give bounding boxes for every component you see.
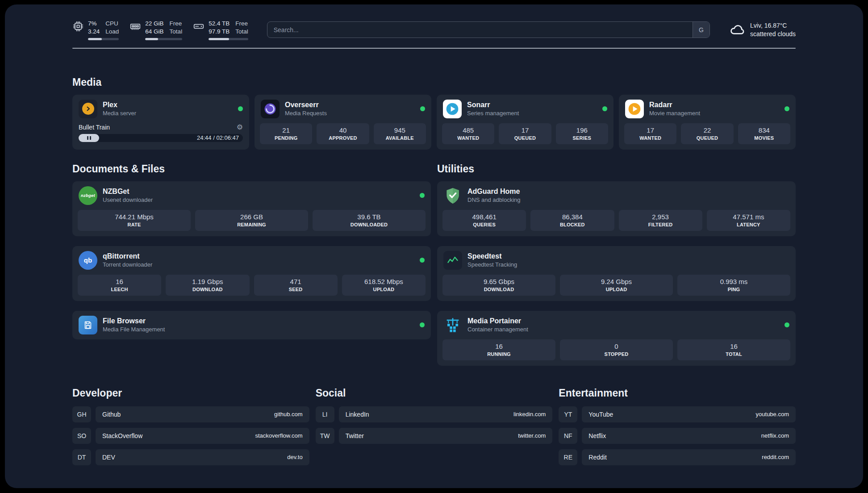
app-card-file-browser[interactable]: File Browser Media File Management (72, 311, 431, 339)
resource-widgets: 7% 3.24 CPU Load (72, 20, 248, 40)
cpu-label-bottom: Load (105, 28, 119, 36)
app-card-adguard-home[interactable]: AdGuard Home DNS and adblocking 498,461 … (437, 181, 796, 236)
stat-tile: 471 SEED (254, 275, 338, 296)
card-header: Media Portainer Container management (437, 311, 796, 339)
status-dot (785, 322, 789, 327)
app-subtitle: Media Requests (285, 110, 327, 117)
app-card-qbittorrent[interactable]: qb qBittorrent Torrent downloader 16 LEE… (72, 246, 431, 301)
stat-value: 0.993 ms (679, 278, 789, 285)
stat-label: UPLOAD (344, 287, 424, 292)
stat-label: LATENCY (709, 222, 789, 227)
stat-value: 834 (740, 126, 789, 134)
app-card-sonarr[interactable]: Sonarr Series management 485 WANTED 17 Q… (437, 95, 613, 150)
app-names: AdGuard Home DNS and adblocking (467, 188, 521, 203)
app-name: qBittorrent (103, 252, 152, 260)
stat-tile: 17 QUEUED (499, 123, 551, 144)
status-dot (420, 322, 425, 327)
stat-tile: 618.52 Mbps UPLOAD (342, 275, 426, 296)
disk-icon (193, 21, 204, 34)
bookmark-group-entertainment: Entertainment YT YouTube youtube.com NF … (559, 387, 796, 471)
card-header: Overseerr Media Requests (255, 95, 431, 123)
stat-tiles: 485 WANTED 17 QUEUED 196 SERIES (437, 123, 613, 150)
stat-label: FILTERED (621, 222, 701, 227)
app-card-radarr[interactable]: Radarr Movie management 17 WANTED 22 QUE… (619, 95, 796, 150)
stat-value: 47.571 ms (709, 213, 789, 221)
bookmark-twitter[interactable]: TW Twitter twitter.com (316, 428, 553, 444)
documents-column: Documents & Files nzbget NZBGet Usenet d… (72, 163, 431, 339)
app-names: qBittorrent Torrent downloader (103, 252, 152, 268)
app-card-speedtest[interactable]: Speedtest Speedtest Tracking 9.65 Gbps D… (437, 246, 796, 301)
stat-label: APPROVED (318, 135, 367, 141)
card-header: qb qBittorrent Torrent downloader (72, 246, 431, 275)
bookmark-linkedin[interactable]: LI LinkedIn linkedin.com (316, 406, 553, 422)
bookmark-youtube[interactable]: YT YouTube youtube.com (559, 406, 796, 422)
search-input[interactable] (267, 21, 710, 38)
bookmark-netflix[interactable]: NF Netflix netflix.com (559, 428, 796, 444)
stat-label: DOWNLOAD (167, 287, 247, 292)
bookmark-dev[interactable]: DT DEV dev.to (72, 449, 309, 465)
bookmark-abbr: DT (72, 449, 91, 465)
app-card-media-portainer[interactable]: Media Portainer Container management 16 … (437, 311, 796, 366)
stat-tiles: 16 LEECH 1.19 Gbps DOWNLOAD 471 SEED 6 (72, 275, 431, 301)
bookmark-github[interactable]: GH Github github.com (72, 406, 309, 422)
app-subtitle: Speedtest Tracking (467, 261, 517, 268)
speedtest-graph-icon (443, 251, 462, 270)
stat-tiles: 498,461 QUERIES 86,384 BLOCKED 2,953 FIL… (437, 210, 796, 236)
plex-now-playing: Bullet Train ⚙ 24:44 / 02:06:47 (72, 123, 249, 147)
stat-label: PENDING (262, 135, 310, 141)
memory-total-value: 64 GiB (145, 28, 163, 36)
card-header: File Browser Media File Management (72, 311, 431, 339)
app-names: Plex Media server (103, 101, 136, 117)
app-names: Media Portainer Container management (467, 317, 528, 333)
memory-progress-bar (145, 38, 182, 40)
app-names: NZBGet Usenet downloader (103, 188, 153, 203)
pause-icon (87, 136, 88, 140)
app-name: Plex (103, 101, 136, 109)
stat-label: SERIES (558, 135, 606, 141)
plex-icon (79, 100, 97, 118)
stat-value: 945 (376, 126, 424, 134)
bookmark-url: github.com (274, 411, 303, 418)
stat-tile: 498,461 QUERIES (442, 210, 526, 231)
radarr-icon (625, 100, 644, 118)
stat-tiles: 16 RUNNING 0 STOPPED 16 TOTAL (437, 339, 796, 366)
stat-label: WANTED (626, 135, 675, 141)
file-browser-icon (79, 316, 97, 334)
app-subtitle: Container management (467, 326, 528, 333)
stat-tiles: 21 PENDING 40 APPROVED 945 AVAILABLE (255, 123, 431, 150)
search-bar: G (267, 21, 710, 38)
portainer-crane-icon (443, 316, 462, 334)
stat-tile: 0 STOPPED (560, 339, 673, 360)
bookmark-name: Twitter (346, 432, 364, 439)
stat-label: DOWNLOAD (444, 287, 554, 292)
app-names: Sonarr Series management (467, 101, 519, 117)
stat-value: 16 (679, 343, 789, 350)
bookmark-stackoverflow[interactable]: SO StackOverflow stackoverflow.com (72, 428, 309, 444)
stat-label: QUEUED (683, 135, 731, 141)
status-dot (420, 193, 425, 198)
search-engine-button[interactable]: G (693, 22, 709, 38)
bookmark-reddit[interactable]: RE Reddit reddit.com (559, 449, 796, 465)
bookmark-url: dev.to (287, 454, 302, 460)
stat-tile: 485 WANTED (442, 123, 494, 144)
stat-label: UPLOAD (562, 287, 671, 292)
utilities-column: Utilities AdGuard Home (437, 163, 796, 366)
playback-progress-bar[interactable]: 24:44 / 02:06:47 (79, 134, 243, 142)
gear-icon[interactable]: ⚙ (237, 124, 243, 131)
status-dot (785, 106, 789, 111)
stat-label: PING (679, 287, 789, 292)
cpu-chip-icon (72, 21, 84, 34)
stat-tile: 86,384 BLOCKED (530, 210, 614, 231)
stat-tile: 834 MOVIES (738, 123, 790, 144)
pause-icon (90, 136, 91, 140)
app-card-nzbget[interactable]: nzbget NZBGet Usenet downloader 744.21 M… (72, 181, 431, 236)
bookmark-url: linkedin.com (513, 411, 546, 418)
app-card-plex[interactable]: Plex Media server Bullet Train ⚙ 24:44 /… (72, 95, 249, 150)
card-header: Speedtest Speedtest Tracking (437, 246, 796, 275)
card-header: Sonarr Series management (437, 95, 613, 123)
pause-button[interactable] (79, 134, 99, 142)
memory-free-value: 22 GiB (145, 20, 163, 28)
stat-label: RATE (79, 222, 189, 227)
stat-tile: 16 RUNNING (442, 339, 555, 360)
app-card-overseerr[interactable]: Overseerr Media Requests 21 PENDING 40 A… (255, 95, 431, 150)
